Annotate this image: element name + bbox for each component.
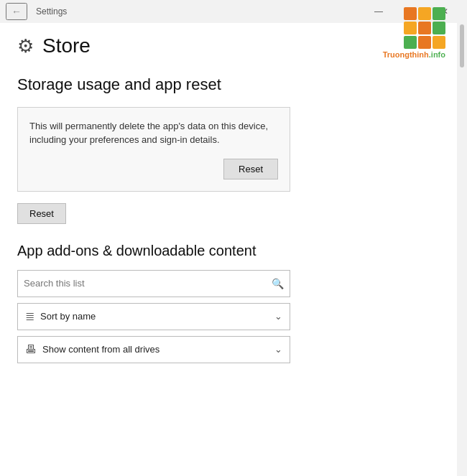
mosaic-logo: [404, 7, 445, 49]
addons-heading: App add-ons & downloadable content: [17, 241, 440, 260]
info-box-text: This will permanently delete the app's d…: [29, 119, 278, 147]
domain-name: .info: [429, 50, 445, 59]
main-content: ⚙ Store Storage usage and app reset This…: [0, 23, 467, 476]
back-button[interactable]: ←: [6, 3, 27, 20]
store-header: ⚙ Store: [17, 34, 440, 57]
scrollbar[interactable]: [457, 23, 467, 476]
sort-chevron-icon: ⌄: [274, 311, 282, 322]
sort-dropdown[interactable]: ≣ Sort by name ⌄: [17, 303, 290, 330]
watermark: Truongthinh.info: [383, 7, 445, 59]
search-box[interactable]: 🔍: [17, 270, 290, 297]
sort-label: Sort by name: [40, 311, 274, 322]
reset-button-inner[interactable]: Reset: [223, 159, 278, 179]
page-heading: Storage usage and app reset: [17, 75, 440, 95]
drives-icon: 🖶: [25, 343, 37, 356]
content-area: ⚙ Store Storage usage and app reset This…: [0, 23, 457, 476]
store-title: Store: [42, 34, 91, 57]
gear-icon: ⚙: [17, 35, 34, 57]
scrollbar-thumb[interactable]: [460, 24, 464, 67]
info-box-footer: Reset: [29, 159, 278, 179]
search-input[interactable]: [24, 278, 269, 289]
window-title: Settings: [36, 6, 67, 17]
drives-label: Show content from all drives: [42, 344, 274, 355]
info-box: This will permanently delete the app's d…: [17, 107, 290, 192]
drives-dropdown[interactable]: 🖶 Show content from all drives ⌄: [17, 336, 290, 363]
sort-icon: ≣: [25, 309, 34, 323]
reset-button-outer[interactable]: Reset: [17, 203, 66, 224]
watermark-text: Truongthinh.info: [383, 50, 445, 59]
brand-name: Truongthinh: [383, 50, 429, 59]
search-icon: 🔍: [272, 278, 284, 289]
drives-chevron-icon: ⌄: [274, 344, 282, 355]
